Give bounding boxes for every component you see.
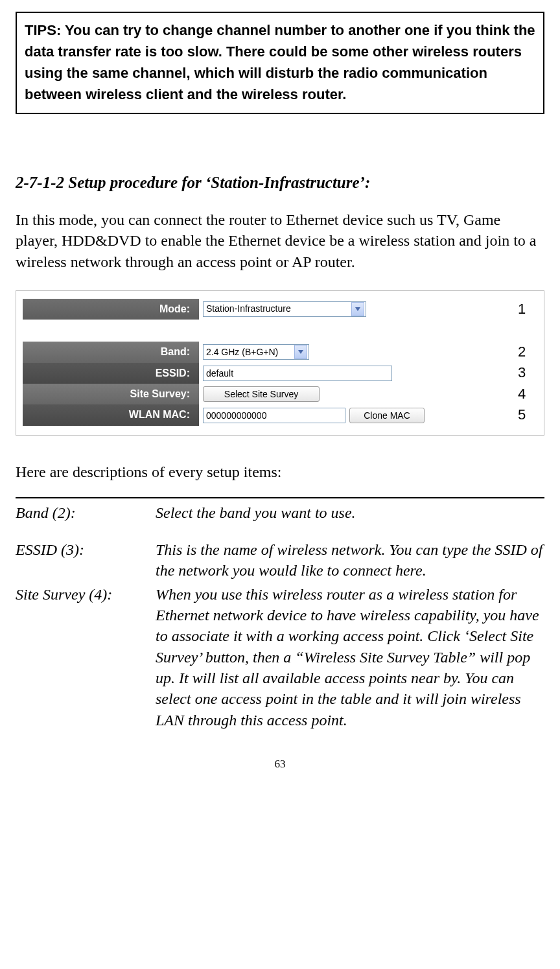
page-number: 63	[16, 756, 544, 772]
form-row-site-survey: Site Survey: Select Site Survey 4	[23, 384, 537, 404]
section-heading: 2-7-1-2 Setup procedure for ‘Station-Inf…	[16, 171, 544, 194]
label-site-survey: Site Survey:	[23, 384, 199, 404]
form-row-band: Band: 2.4 GHz (B+G+N) 2	[23, 342, 537, 362]
form-row-mode: Mode: Station-Infrastructure 1	[23, 298, 537, 321]
description-definition: When you use this wireless router as a w…	[156, 584, 544, 731]
callout-2: 2	[506, 342, 537, 362]
descriptions-intro: Here are descriptions of every setup ite…	[16, 461, 544, 484]
router-settings-screenshot: Mode: Station-Infrastructure 1 Band: 2.4…	[16, 290, 544, 436]
callout-3: 3	[506, 363, 537, 383]
mode-select-value: Station-Infrastructure	[206, 303, 349, 316]
descriptions-separator	[16, 497, 544, 498]
controls-wlan-mac: Clone MAC	[199, 406, 506, 425]
label-essid: ESSID:	[23, 363, 199, 384]
band-select[interactable]: 2.4 GHz (B+G+N)	[203, 344, 309, 360]
chevron-down-icon	[294, 345, 307, 359]
controls-site-survey: Select Site Survey	[199, 385, 506, 403]
description-term: Band (2):	[16, 502, 156, 523]
form-row-essid: ESSID: 3	[23, 363, 537, 384]
intro-paragraph: In this mode, you can connect the router…	[16, 209, 544, 272]
description-row-band: Band (2): Select the band you want to us…	[16, 502, 544, 523]
tips-text: TIPS: You can try to change channel numb…	[25, 22, 535, 102]
description-term: Site Survey (4):	[16, 584, 156, 731]
callout-5: 5	[506, 405, 537, 425]
controls-band: 2.4 GHz (B+G+N)	[199, 343, 506, 361]
label-mode: Mode:	[23, 299, 199, 320]
tips-box: TIPS: You can try to change channel numb…	[16, 12, 544, 114]
mode-select[interactable]: Station-Infrastructure	[203, 301, 366, 317]
controls-mode: Station-Infrastructure	[199, 300, 506, 318]
description-row-essid: ESSID (3): This is the name of wireless …	[16, 539, 544, 581]
description-row-site-survey: Site Survey (4): When you use this wirel…	[16, 584, 544, 731]
label-wlan-mac: WLAN MAC:	[23, 404, 199, 425]
band-select-value: 2.4 GHz (B+G+N)	[206, 346, 292, 359]
label-band: Band:	[23, 342, 199, 362]
description-definition: Select the band you want to use.	[156, 502, 544, 523]
form-row-spacer	[23, 321, 537, 342]
select-site-survey-button[interactable]: Select Site Survey	[203, 386, 320, 402]
callout-1: 1	[506, 299, 537, 320]
form-row-wlan-mac: WLAN MAC: Clone MAC 5	[23, 404, 537, 425]
wlan-mac-input[interactable]	[203, 408, 345, 423]
description-definition: This is the name of wireless network. Yo…	[156, 539, 544, 581]
essid-input[interactable]	[203, 366, 392, 381]
controls-essid	[199, 364, 506, 382]
chevron-down-icon	[351, 302, 364, 316]
description-term: ESSID (3):	[16, 539, 156, 581]
callout-4: 4	[506, 384, 537, 404]
clone-mac-button[interactable]: Clone MAC	[349, 408, 425, 423]
